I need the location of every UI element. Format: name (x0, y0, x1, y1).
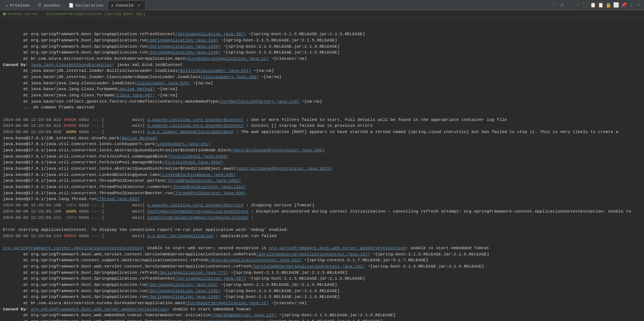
problems-icon: ⚠ (6, 3, 8, 8)
logger-link[interactable]: o.apache.catalina.core.StandardContext (147, 117, 243, 122)
java-link[interactable]: (ClassLoader.java:520) (135, 81, 190, 85)
word-wrap-button[interactable]: ⬜ (613, 2, 619, 8)
log-message: : (248, 215, 254, 220)
java-link[interactable]: (CoreReflectionFactory.java:114) (218, 99, 299, 104)
logger-link[interactable]: ConditionEvaluationReportLoggingListener (147, 215, 248, 220)
java-link[interactable]: (ForkJoinPool.java:3463) (168, 154, 229, 159)
logger-link[interactable]: o.s.boot.SpringApplication (147, 233, 213, 238)
java-link[interactable]: (SpringApplication.java:1248) (147, 294, 221, 299)
log-thread: main (104, 123, 142, 128)
java-link[interactable]: (SpringApplication.java:1260) (147, 44, 221, 49)
java-link[interactable]: (SpringApplication.java:1248) (147, 50, 221, 55)
console-output[interactable]: at org.springframework.boot.SpringApplic… (0, 18, 644, 321)
java-link[interactable]: (TomcatWebServer.java:125) (211, 313, 276, 317)
logger-link[interactable]: o.apache.catalina.core.StandardService (147, 203, 243, 207)
maximize-button[interactable]: ↕ (628, 2, 635, 8)
pin-button[interactable]: 📌 (621, 2, 627, 8)
terminate-button[interactable]: ✕ (567, 2, 573, 8)
java-link[interactable]: (SpringApplication.java:397) (175, 276, 246, 281)
exception-class-main[interactable]: org.springframework.context.ApplicationC… (3, 246, 142, 250)
tab-declaration[interactable]: 📄 Declaration (65, 0, 108, 10)
pause-button[interactable]: ⏸ (574, 2, 581, 8)
log-bracket: ] (142, 117, 148, 122)
java-link[interactable]: (EurekaServerApplication.java:12) (185, 300, 269, 305)
console-line: at br.com.alura.microservice.eureka.Eure… (3, 56, 641, 62)
console-line: at org.springframework.boot.SpringApplic… (3, 282, 641, 288)
log-level: ERROR (64, 117, 77, 122)
java-link[interactable]: (LockSupport.java:341) (155, 141, 211, 146)
log-level: INFO (64, 203, 77, 207)
console-line: at java.base/sun.reflect.generics.factor… (3, 99, 641, 105)
log-thread: main (104, 215, 142, 220)
scroll-lock-button[interactable]: 🔒 (605, 2, 612, 8)
console-line: at org.springframework.boot.SpringApplic… (3, 270, 641, 276)
java-link[interactable]: (SpringApplication.java:316) (147, 38, 218, 43)
java-link[interactable]: (SpringApplication.java:1260) (147, 288, 221, 293)
print-button[interactable]: 📋 (597, 2, 604, 8)
java-link[interactable]: (Thread.java:833) (97, 196, 139, 201)
log-message: : Exception encountered during context i… (248, 209, 631, 214)
java-link[interactable]: (ThreadPoolExecutor.java:1062) (165, 178, 241, 183)
java-link[interactable]: (LinkedBlockingQueue.java:435) (160, 172, 236, 177)
java-link[interactable]: (Native Method) (117, 86, 155, 91)
java-link[interactable]: (ClassLoaders.java:188) (200, 74, 259, 79)
ide-wrapper: ⚠ Problems @ Javadoc 📄 Declaration ▶ Con… (0, 0, 644, 321)
log-timestamp: 2024-06-09 12:20:58.121 (3, 215, 61, 220)
java-link[interactable]: (EurekaServerApplication.java:12) (185, 56, 269, 61)
logger-link[interactable]: o.apache.catalina.core.StandardContext (147, 123, 243, 128)
console-line: org.springframework.context.ApplicationC… (3, 245, 641, 251)
logger-link[interactable]: o.a.c.loader.WebappClassLoaderBase (147, 129, 233, 134)
console-line: Caused by: org.springframework.boot.web.… (3, 306, 641, 313)
exception-message: : Unable to start embedded Tomcat (168, 307, 251, 311)
console-line: 2024-06-09 12:20:58.106 INFO 6892 --- [ … (3, 202, 641, 209)
java-link[interactable]: (Native Method) (119, 136, 157, 140)
console-line: ... 65 common frames omitted (3, 104, 641, 111)
exception-tail: : Unable to start embedded Tomcat (405, 246, 489, 250)
console-line: at org.springframework.boot.web.servlet.… (3, 263, 641, 270)
log-level: INFO (64, 215, 77, 220)
console-line: at org.springframework.boot.SpringApplic… (3, 276, 641, 282)
log-bracket: ] (142, 123, 148, 128)
log-level: WARN (64, 209, 77, 214)
java-link[interactable]: (TomcatWebServer.java:86) (200, 319, 264, 321)
exception-class[interactable]: org.springframework.boot.web.server.WebS… (31, 307, 168, 311)
java-link[interactable]: (BuiltinClassLoader.java:641) (178, 68, 251, 73)
tab-problems[interactable]: ⚠ Problems (1, 0, 34, 10)
log-timestamp: 2024-06-09 12:20:58.108 (3, 209, 61, 214)
java-link[interactable]: (AbstractQueuedSynchronizer.java:506) (231, 148, 324, 152)
java-link[interactable]: (ThreadPoolExecutor.java:1122) (170, 184, 246, 189)
console-line: at org.springframework.boot.web.servlet.… (3, 251, 641, 258)
copy-button[interactable]: 📋 (590, 2, 596, 8)
java-link[interactable]: (SpringApplication.java:397) (175, 32, 246, 36)
console-line: at org.springframework.boot.SpringApplic… (3, 44, 641, 50)
exception-class[interactable]: java.lang.ClassNotFoundException (31, 62, 112, 67)
logger-link[interactable]: ConfigServletWebServerApplicationContext (147, 209, 248, 214)
java-link[interactable]: (ServletWebServerApplicationContext.java… (251, 264, 365, 269)
java-link[interactable]: (AbstractApplicationContext.java:543) (208, 258, 302, 262)
java-link[interactable]: (SpringApplication.java:775) (157, 270, 228, 275)
close-tab-button[interactable]: ✕ (137, 3, 142, 8)
java-link[interactable]: (Class.java:467) (114, 93, 155, 97)
tab-console[interactable]: ▶ Console ✕ (108, 0, 146, 10)
console-line: at org.springframework.boot.SpringApplic… (3, 288, 641, 294)
tab-javadoc[interactable]: @ Javadoc (34, 0, 65, 10)
console-line: 2024-06-09 12:20:58.022 ERROR 6892 --- [… (3, 123, 641, 129)
java-link[interactable]: (ThreadPoolExecutor.java:635) (172, 191, 246, 195)
java-link[interactable]: (ForkJoinPool.java:3434) (163, 160, 223, 165)
console-line: at java.base/java.lang.Class.forName(Cla… (3, 92, 641, 99)
java-link[interactable]: (ServletWebServerApplicationContext.java… (256, 252, 370, 257)
stop-button[interactable]: ⏹ (559, 2, 565, 8)
log-bracket: ] (142, 215, 148, 220)
console-line: 2024-06-09 12:20:58.124 ERROR 6892 --- [… (3, 233, 641, 239)
console-line: java.base@17.0.1/java.util.concurrent.Fo… (3, 154, 641, 160)
java-link[interactable]: (AbstractQueuedSynchronizer.java:1623) (236, 166, 332, 171)
rerun-button[interactable]: ⟳ (551, 2, 558, 8)
log-level: ERROR (64, 233, 77, 238)
log-message: : The web application [ROOT] appears to … (233, 129, 618, 134)
restore-button[interactable]: ↔ (636, 2, 643, 8)
console-line: at org.springframework.boot.web.embedded… (3, 318, 641, 321)
java-link[interactable]: (SpringApplication.java:316) (147, 282, 218, 287)
log-message: : One or more Filters failed to start. F… (244, 117, 507, 122)
clear-button[interactable]: ⬛ (582, 2, 589, 8)
exception-nested-link[interactable]: org.springframework.boot.web.server.WebS… (269, 246, 406, 250)
